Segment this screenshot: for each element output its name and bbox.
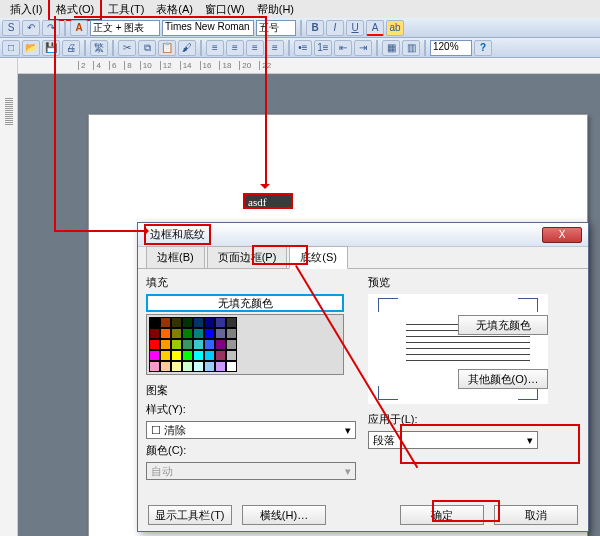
bullets-icon[interactable]: •≡ xyxy=(294,40,312,56)
swatch[interactable] xyxy=(204,350,215,361)
font-size-select[interactable]: 五号 xyxy=(256,20,296,36)
swatch[interactable] xyxy=(160,361,171,372)
font-name-select[interactable]: Times New Roman xyxy=(162,20,254,36)
swatch[interactable] xyxy=(215,317,226,328)
swatch[interactable] xyxy=(204,317,215,328)
style-select[interactable]: ☐ 清除▾ xyxy=(146,421,356,439)
swatch[interactable] xyxy=(182,317,193,328)
apply-to-label: 应用于(L): xyxy=(368,412,580,427)
horizontal-ruler: 246810121416182022 xyxy=(18,58,600,74)
swatch[interactable] xyxy=(149,328,160,339)
tab-border[interactable]: 边框(B) xyxy=(146,246,205,268)
selected-text[interactable]: asdf xyxy=(243,193,293,209)
swatch[interactable] xyxy=(160,328,171,339)
color-select: 自动▾ xyxy=(146,462,356,480)
show-toolbar-button[interactable]: 显示工具栏(T) xyxy=(148,505,232,525)
swatch[interactable] xyxy=(182,350,193,361)
separator xyxy=(200,40,202,56)
separator xyxy=(300,20,302,36)
swatch[interactable] xyxy=(182,361,193,372)
underline-button[interactable]: U xyxy=(346,20,364,36)
swatch[interactable] xyxy=(193,317,204,328)
swatch[interactable] xyxy=(182,339,193,350)
swatch[interactable] xyxy=(215,350,226,361)
swatch[interactable] xyxy=(215,328,226,339)
swatch[interactable] xyxy=(226,350,237,361)
swatch[interactable] xyxy=(160,317,171,328)
print-icon[interactable]: 🖨 xyxy=(62,40,80,56)
bold-button[interactable]: B xyxy=(306,20,324,36)
separator xyxy=(288,40,290,56)
numbering-icon[interactable]: 1≡ xyxy=(314,40,332,56)
swatch[interactable] xyxy=(226,361,237,372)
italic-button[interactable]: I xyxy=(326,20,344,36)
swatch[interactable] xyxy=(171,350,182,361)
zoom-select[interactable]: 120% xyxy=(430,40,472,56)
cancel-button[interactable]: 取消 xyxy=(494,505,578,525)
swatch[interactable] xyxy=(149,317,160,328)
swatch[interactable] xyxy=(149,361,160,372)
swatch[interactable] xyxy=(193,339,204,350)
style-a-icon[interactable]: A xyxy=(70,20,88,36)
toolbar-formatting: S ↶ ↷ A 正文 + 图表 Times New Roman 五号 B I U… xyxy=(0,18,600,38)
annotation-arrow xyxy=(54,16,56,232)
columns-icon[interactable]: ▥ xyxy=(402,40,420,56)
save-icon[interactable]: S xyxy=(2,20,20,36)
help-icon[interactable]: ? xyxy=(474,40,492,56)
annotation-arrow xyxy=(54,230,146,232)
swatch[interactable] xyxy=(193,361,204,372)
align-left-icon[interactable]: ≡ xyxy=(206,40,224,56)
indent-icon[interactable]: ⇥ xyxy=(354,40,372,56)
swatch[interactable] xyxy=(171,317,182,328)
open-icon[interactable]: 📂 xyxy=(22,40,40,56)
swatch[interactable] xyxy=(193,328,204,339)
copy-icon[interactable]: ⧉ xyxy=(138,40,156,56)
other-colors-button[interactable]: 其他颜色(O)… xyxy=(458,369,548,389)
font-color-icon[interactable]: A xyxy=(366,20,384,36)
swatch[interactable] xyxy=(204,328,215,339)
hline-button[interactable]: 横线(H)… xyxy=(242,505,326,525)
justify-icon[interactable]: ≡ xyxy=(266,40,284,56)
dialog-titlebar[interactable]: 边框和底纹 X xyxy=(138,223,588,247)
swatch[interactable] xyxy=(171,328,182,339)
swatch[interactable] xyxy=(182,328,193,339)
format-painter-icon[interactable]: 🖌 xyxy=(178,40,196,56)
save-icon[interactable]: 💾 xyxy=(42,40,60,56)
swatch[interactable] xyxy=(160,339,171,350)
separator xyxy=(64,20,66,36)
swatch[interactable] xyxy=(226,317,237,328)
tab-page-border[interactable]: 页面边框(P) xyxy=(207,246,288,268)
swatch[interactable] xyxy=(193,350,204,361)
swatch[interactable] xyxy=(171,339,182,350)
swatch[interactable] xyxy=(204,339,215,350)
close-button[interactable]: X xyxy=(542,227,582,243)
swatch[interactable] xyxy=(204,361,215,372)
paragraph-style-select[interactable]: 正文 + 图表 xyxy=(90,20,160,36)
no-fill-button[interactable]: 无填充颜色 xyxy=(458,315,548,335)
separator xyxy=(424,40,426,56)
undo-icon[interactable]: ↶ xyxy=(22,20,40,36)
swatch[interactable] xyxy=(226,339,237,350)
paste-icon[interactable]: 📋 xyxy=(158,40,176,56)
swatch[interactable] xyxy=(149,339,160,350)
trad-simp-button[interactable]: 繁 xyxy=(90,40,108,56)
new-icon[interactable]: □ xyxy=(2,40,20,56)
redo-icon[interactable]: ↷ xyxy=(42,20,60,36)
outdent-icon[interactable]: ⇤ xyxy=(334,40,352,56)
swatch[interactable] xyxy=(215,361,226,372)
ok-button[interactable]: 确定 xyxy=(400,505,484,525)
menu-insert[interactable]: 插入(I) xyxy=(4,0,48,19)
insert-table-icon[interactable]: ▦ xyxy=(382,40,400,56)
swatch[interactable] xyxy=(160,350,171,361)
align-center-icon[interactable]: ≡ xyxy=(226,40,244,56)
cut-icon[interactable]: ✂ xyxy=(118,40,136,56)
separator xyxy=(112,40,114,56)
swatch[interactable] xyxy=(171,361,182,372)
tab-shading[interactable]: 底纹(S) xyxy=(289,246,348,269)
apply-to-select[interactable]: 段落▾ xyxy=(368,431,538,449)
swatch[interactable] xyxy=(149,350,160,361)
highlight-icon[interactable]: ab xyxy=(386,20,404,36)
align-right-icon[interactable]: ≡ xyxy=(246,40,264,56)
swatch[interactable] xyxy=(226,328,237,339)
swatch[interactable] xyxy=(215,339,226,350)
